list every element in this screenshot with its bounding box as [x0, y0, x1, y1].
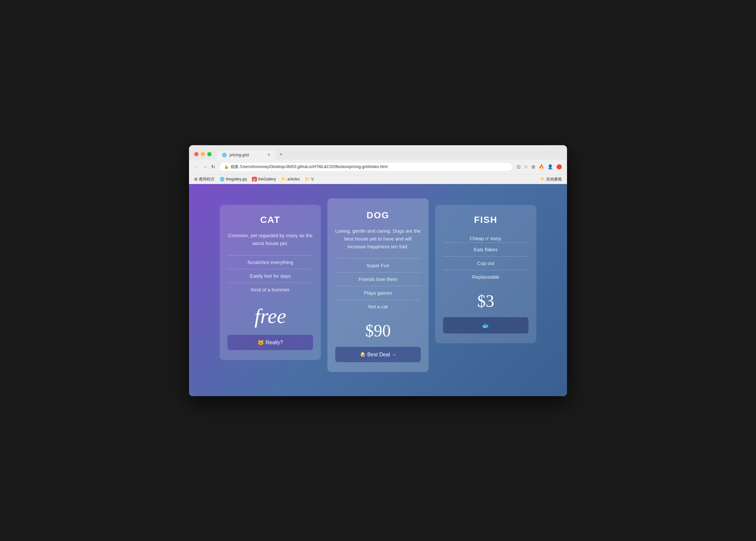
new-tab-button[interactable]: + — [276, 149, 286, 160]
refresh-button[interactable]: ↻ — [211, 164, 215, 169]
cat-cta-emoji: 😾 — [258, 340, 264, 345]
bookmark-articles[interactable]: 📁 articles — [281, 177, 300, 182]
tab-close-button[interactable]: ✕ — [267, 153, 270, 157]
bookmark-v[interactable]: 📁 V — [305, 177, 314, 182]
dog-features: Super Fun Friends love them Plays games … — [335, 259, 421, 313]
fish-card: FISH Cheap n' easy. Eats flakes Cop out … — [435, 205, 536, 343]
fish-price: $3 — [443, 291, 528, 310]
browser-chrome: 🌐 pricing-grid ✕ + ← → ↻ 🔒 檔案 /Users/lmn… — [189, 145, 567, 184]
apps-icon: ⊞ — [194, 177, 198, 182]
bookmark-icon[interactable]: ☆ — [524, 164, 528, 169]
dog-price: $90 — [335, 321, 421, 340]
fish-feature-4: Replaceable — [443, 270, 528, 283]
traffic-lights — [194, 152, 212, 156]
translate-icon[interactable]: ⊡ — [517, 164, 521, 169]
cat-card: CAT Common, yet regarded by many as the … — [220, 205, 321, 360]
fish-cta-button[interactable]: 🐟 — [443, 317, 528, 333]
bookmark-v-label: V — [311, 177, 314, 182]
bookmark-other-label: 📁 其他書籤 — [540, 177, 562, 182]
fish-cta-emoji: 🐟 — [481, 321, 490, 329]
tabs-bar: 🌐 pricing-grid ✕ + — [217, 149, 286, 160]
dog-cta-emoji: 🐶 — [360, 352, 366, 357]
dog-feature-2: Friends love them — [335, 272, 421, 286]
fish-feature-1: Cheap n' easy. — [443, 232, 528, 243]
cat-cta-button[interactable]: 😾 Really? — [228, 335, 313, 350]
tab-favicon: 🌐 — [222, 153, 227, 157]
dog-description: Loving, gentle and caring. Dogs are the … — [335, 227, 421, 251]
dog-feature-3: Plays games — [335, 286, 421, 299]
fish-title: FISH — [443, 215, 528, 225]
cat-title: CAT — [228, 215, 313, 225]
minimize-button[interactable] — [201, 152, 205, 156]
cat-description: Common, yet regarded by many as the wors… — [228, 232, 313, 247]
extension-icon[interactable]: 🔴 — [556, 164, 562, 169]
active-tab[interactable]: 🌐 pricing-grid ✕ — [217, 151, 276, 160]
fire-icon[interactable]: 🔥 — [539, 164, 544, 169]
folder-v-icon: 📁 — [305, 177, 310, 182]
folder-articles-icon: 📁 — [281, 177, 286, 182]
dog-feature-4: Not a cat — [335, 299, 421, 313]
pricing-grid: CAT Common, yet regarded by many as the … — [220, 205, 536, 372]
fish-feature-2: Eats flakes — [443, 243, 528, 256]
cat-cta-label: Really? — [266, 340, 283, 345]
address-field[interactable]: 🔒 檔案 /Users/lmnooney/Desktop/J8453.githu… — [219, 162, 513, 172]
dog-feature-1: Super Fun — [335, 259, 421, 272]
bookmark-articles-label: articles — [287, 177, 300, 182]
maximize-button[interactable] — [207, 152, 212, 156]
fish-features: Cheap n' easy. Eats flakes Cop out Repla… — [443, 232, 528, 283]
close-button[interactable] — [194, 152, 199, 156]
bookmark-thegalley-label: thegalley.gq — [226, 177, 247, 182]
cat-price: free — [228, 304, 313, 328]
browser-toolbar: ⊡ ☆ ⊞ 🔥 👤 🔴 — [517, 164, 562, 169]
bookmark-apps-label: 應用程式 — [199, 177, 215, 182]
cat-feature-3: Kind of a bummer — [228, 282, 313, 296]
bookmark-gallery[interactable]: g theGallery — [252, 177, 276, 182]
tab-title: pricing-grid — [230, 153, 249, 157]
cat-feature-1: Scratches everything — [228, 255, 313, 269]
bookmark-other[interactable]: 📁 其他書籤 — [540, 177, 562, 182]
security-icon: 🔒 — [224, 165, 229, 169]
dog-cta-button[interactable]: 🐶 Best Deal → — [335, 347, 421, 362]
dog-cta-label: Best Deal → — [367, 352, 396, 357]
back-button[interactable]: ← — [194, 164, 199, 169]
address-bar: ← → ↻ 🔒 檔案 /Users/lmnooney/Desktop/J8453… — [189, 160, 567, 174]
url-text: 檔案 /Users/lmnooney/Desktop/J8453.github.… — [231, 164, 387, 170]
forward-button[interactable]: → — [203, 164, 207, 169]
cat-features: Scratches everything Easily lost for day… — [228, 255, 313, 296]
fish-feature-3: Cop out — [443, 256, 528, 270]
title-bar: 🌐 pricing-grid ✕ + — [189, 145, 567, 160]
bookmarks-bar: ⊞ 應用程式 🌐 thegalley.gq g theGallery 📁 art… — [189, 174, 567, 184]
dog-card: DOG Loving, gentle and caring. Dogs are … — [328, 199, 428, 372]
capture-icon[interactable]: ⊞ — [531, 164, 535, 169]
cat-feature-2: Easily lost for days — [228, 269, 313, 282]
dog-title: DOG — [335, 210, 421, 221]
user-icon[interactable]: 👤 — [547, 164, 553, 169]
bookmark-thegalley[interactable]: 🌐 thegalley.gq — [220, 177, 247, 182]
bookmark-apps[interactable]: ⊞ 應用程式 — [194, 177, 215, 182]
page-content: CAT Common, yet regarded by many as the … — [189, 184, 567, 396]
bookmark-gallery-label: theGallery — [258, 177, 276, 182]
globe-icon: 🌐 — [220, 177, 225, 182]
gallery-icon: g — [252, 177, 257, 182]
browser-window: 🌐 pricing-grid ✕ + ← → ↻ 🔒 檔案 /Users/lmn… — [189, 145, 567, 396]
